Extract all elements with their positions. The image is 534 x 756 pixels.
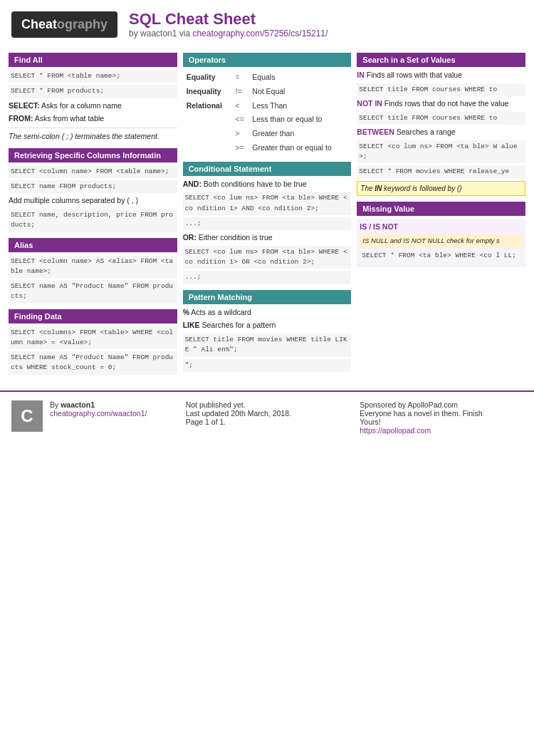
find-all-section: Find All SELECT * FROM <table name>; SEL… xyxy=(9,53,177,143)
op-lte-desc: Less than or equal to xyxy=(250,113,350,126)
and-code-2: ...; xyxy=(183,217,352,230)
retrieving-section: Retrieving Specific Columns Informatin S… xyxy=(9,148,177,232)
cheatography-link[interactable]: cheatography.com/57256/cs/15211/ xyxy=(192,29,328,38)
header-title: SQL Cheat Sheet by waacton1 via cheatogr… xyxy=(129,10,328,38)
op-equality-name: Equality xyxy=(184,71,232,84)
page-info: Page 1 of 1. xyxy=(186,418,349,426)
retrieving-add-cols: Add multiple columns separated by ( , ) xyxy=(9,195,177,207)
column-3: Search in a Set of Values IN Finds all r… xyxy=(354,53,528,380)
conditional-body: AND: Both conditions have to be true SEL… xyxy=(183,179,352,284)
op-equality-desc: Equals xyxy=(250,71,350,84)
retrieving-header: Retrieving Specific Columns Informatin xyxy=(9,148,177,162)
op-gt-sym: > xyxy=(234,128,249,140)
pattern-code-1: SELECT title FROM movies WHERE title LIK… xyxy=(183,333,352,357)
last-updated: Last updated 20th March, 2018. xyxy=(186,409,349,418)
op-inequality-desc: Not Equal xyxy=(250,86,350,98)
op-relational-lt-sym: < xyxy=(234,100,249,113)
missing-value-body: IS / IS NOT IS NULL and IS NOT NULL chec… xyxy=(357,219,525,267)
missing-value-code: SELECT * FROM <ta ble> WHERE <co l LL; xyxy=(360,249,523,262)
retrieving-code-1: SELECT <column name> FROM <table name>; xyxy=(9,165,177,178)
find-all-select-desc: SELECT: Asks for a column name xyxy=(9,100,177,112)
publish-status: Not published yet. xyxy=(186,400,349,409)
pattern-matching-header: Pattern Matching xyxy=(183,290,352,304)
table-row: Inequality != Not Equal xyxy=(184,86,350,98)
op-inequality-name: Inequality xyxy=(184,86,232,98)
op-relational-lt-desc: Less Than xyxy=(250,100,350,113)
operators-body: Equality = Equals Inequality != Not Equa… xyxy=(183,70,352,156)
in-keyword-note: The IN keyword is followed by () xyxy=(357,181,525,196)
percent-desc: % Acts as a wildcard xyxy=(183,307,352,319)
footer-sponsor: Sponsored by ApolloPad.com Everyone has … xyxy=(360,400,523,435)
avatar: C xyxy=(11,400,43,432)
and-code-1: SELECT <co lum ns> FROM <ta ble> WHERE <… xyxy=(183,192,352,215)
not-in-desc: NOT IN Finds rows that do not have the v… xyxy=(357,98,525,110)
or-code-2: ...; xyxy=(183,271,352,284)
alias-code-1: SELECT <column name> AS <alias> FROM <ta… xyxy=(9,255,177,279)
op-gte-sym: >= xyxy=(234,142,249,155)
missing-value-header: Missing Value xyxy=(357,202,525,216)
operators-table: Equality = Equals Inequality != Not Equa… xyxy=(183,70,352,156)
conditional-section: Conditional Statement AND: Both conditio… xyxy=(183,162,352,284)
author-link[interactable]: cheatography.com/waacton1/ xyxy=(50,409,147,418)
search-set-header: Search in a Set of Values xyxy=(357,53,525,67)
between-code-1: SELECT <co lum ns> FROM <ta ble> W alue>… xyxy=(357,140,525,164)
byline: by waacton1 via cheatography.com/57256/c… xyxy=(129,29,328,38)
table-row: > Greater than xyxy=(184,128,350,140)
column-2: Operators Equality = Equals Inequality xyxy=(180,53,355,380)
footer-author: C By waacton1 cheatography.com/waacton1/ xyxy=(11,400,174,435)
find-all-from-desc: FROM: Asks from what table xyxy=(9,113,177,125)
finding-data-header: Finding Data xyxy=(9,309,177,323)
search-set-body: IN Finds all rows with that value SELECT… xyxy=(357,70,525,196)
find-all-body: SELECT * FROM <table name>; SELECT * FRO… xyxy=(9,70,177,143)
or-desc: OR: Either condition is true xyxy=(183,232,352,244)
author-info: By waacton1 cheatography.com/waacton1/ xyxy=(50,400,147,418)
table-row: >= Greater than or equal to xyxy=(184,142,350,155)
op-relational-name: Relational xyxy=(184,100,232,113)
finding-data-code-1: SELECT <columns> FROM <table> WHERE <col… xyxy=(9,326,177,350)
find-all-code-2: SELECT * FROM products; xyxy=(9,85,177,98)
retrieving-body: SELECT <column name> FROM <table name>; … xyxy=(9,165,177,232)
find-all-code-1: SELECT * FROM <table name>; xyxy=(9,70,177,83)
retrieving-code-3: SELECT name, description, price FROM pro… xyxy=(9,209,177,232)
in-code: SELECT title FROM courses WHERE to xyxy=(357,83,525,96)
main-content: Find All SELECT * FROM <table name>; SEL… xyxy=(0,48,534,385)
header: Cheatography SQL Cheat Sheet by waacton1… xyxy=(0,0,534,48)
or-code-1: SELECT <co lum ns> FROM <ta ble> WHERE <… xyxy=(183,246,352,269)
find-all-note: The semi-colon ( ; ) terminates the stat… xyxy=(9,131,177,143)
op-equality-sym: = xyxy=(234,71,249,84)
op-gt-desc: Greater than xyxy=(250,128,350,140)
table-row: <= Less than or equal to xyxy=(184,113,350,126)
pattern-matching-body: % Acts as a wildcard LIKE Searches for a… xyxy=(183,307,352,372)
finding-data-body: SELECT <columns> FROM <table> WHERE <col… xyxy=(9,326,177,375)
and-desc: AND: Both conditions have to be true xyxy=(183,179,352,190)
sponsor-link[interactable]: https://apollopad.com xyxy=(360,426,431,435)
between-code-2: SELECT * FROM movies WHERE release_ye xyxy=(357,165,525,178)
author-by: By waacton1 xyxy=(50,400,147,409)
alias-body: SELECT <column name> AS <alias> FROM <ta… xyxy=(9,255,177,304)
page-title: SQL Cheat Sheet xyxy=(129,10,328,29)
alias-header: Alias xyxy=(9,238,177,252)
missing-value-section: Missing Value IS / IS NOT IS NULL and IS… xyxy=(357,202,525,267)
find-all-header: Find All xyxy=(9,53,177,67)
operators-section: Operators Equality = Equals Inequality xyxy=(183,53,352,156)
footer-publish-info: Not published yet. Last updated 20th Mar… xyxy=(186,400,349,435)
conditional-header: Conditional Statement xyxy=(183,162,352,176)
pattern-matching-section: Pattern Matching % Acts as a wildcard LI… xyxy=(183,290,352,372)
retrieving-code-2: SELECT name FROM products; xyxy=(9,180,177,193)
column-1: Find All SELECT * FROM <table name>; SEL… xyxy=(6,53,180,380)
sponsor-desc-1: Everyone has a novel in them. Finish xyxy=(360,409,523,418)
between-desc: BETWEEN Searches a range xyxy=(357,127,525,138)
table-row: Equality = Equals xyxy=(184,71,350,84)
null-desc: IS NULL and IS NOT NULL check for empty … xyxy=(360,234,523,247)
is-is-not-label: IS / IS NOT xyxy=(360,222,523,233)
op-inequality-sym: != xyxy=(234,86,249,98)
operators-header: Operators xyxy=(183,53,352,67)
divider xyxy=(9,128,177,128)
alias-code-2: SELECT name AS "Product Name" FROM produ… xyxy=(9,280,177,304)
op-lte-sym: <= xyxy=(234,113,249,126)
footer: C By waacton1 cheatography.com/waacton1/… xyxy=(0,390,534,443)
alias-section: Alias SELECT <column name> AS <alias> FR… xyxy=(9,238,177,304)
search-set-section: Search in a Set of Values IN Finds all r… xyxy=(357,53,525,196)
sponsor-desc-2: Yours! xyxy=(360,418,523,426)
op-gte-desc: Greater than or equal to xyxy=(250,142,350,155)
